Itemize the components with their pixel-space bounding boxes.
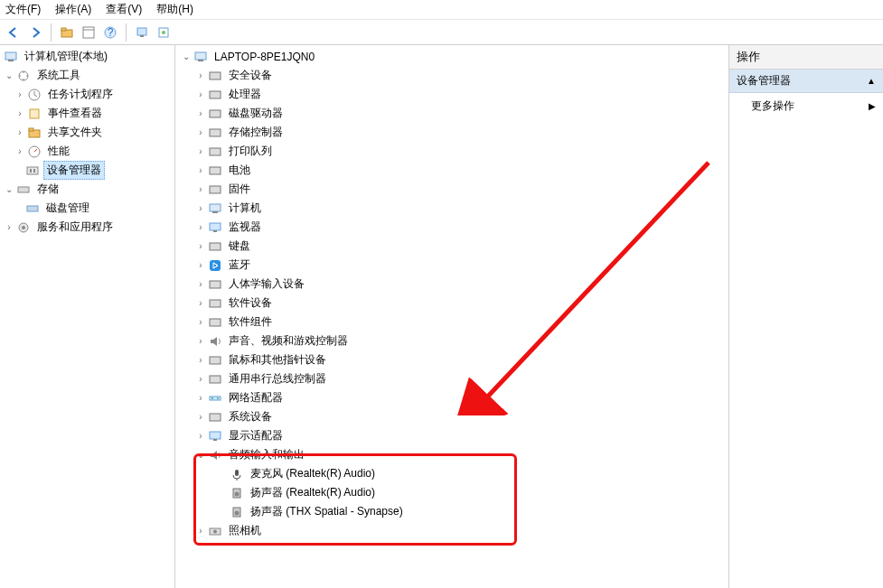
forward-button[interactable] <box>25 23 45 42</box>
tb-btn-2[interactable] <box>79 23 99 42</box>
svg-rect-27 <box>210 72 221 79</box>
center-item-10[interactable]: ›蓝牙 <box>175 256 728 275</box>
chevron-right-icon[interactable]: › <box>14 108 25 119</box>
chevron-right-icon[interactable]: › <box>195 222 206 233</box>
left-services[interactable]: › 服务和应用程序 <box>0 218 174 237</box>
center-item-7-label: 计算机 <box>226 200 264 217</box>
softdev-icon <box>208 296 222 311</box>
left-shared[interactable]: › 共享文件夹 <box>0 123 174 142</box>
center-audio-group[interactable]: ⌄音频输入和输出 <box>175 445 728 464</box>
center-item-6[interactable]: ›固件 <box>175 180 728 199</box>
chevron-down-icon[interactable]: ⌄ <box>181 51 192 62</box>
left-storage[interactable]: ⌄ 存储 <box>0 180 174 199</box>
right-more-actions[interactable]: 更多操作 ▶ <box>729 93 883 119</box>
menu-help[interactable]: 帮助(H) <box>156 2 193 17</box>
tb-btn-5[interactable] <box>154 23 174 42</box>
center-item-5[interactable]: ›电池 <box>175 161 728 180</box>
chevron-right-icon[interactable]: › <box>195 146 206 157</box>
center-audio-child-1[interactable]: ›扬声器 (Realtek(R) Audio) <box>175 483 728 502</box>
center-audio-child-2[interactable]: ›扬声器 (THX Spatial - Synapse) <box>175 502 728 521</box>
svg-rect-18 <box>27 167 38 174</box>
chevron-right-icon[interactable]: › <box>195 355 206 366</box>
center-item-9[interactable]: ›键盘 <box>175 237 728 256</box>
center-item-18[interactable]: ›系统设备 <box>175 407 728 426</box>
pane-icon <box>82 26 95 39</box>
tb-btn-1[interactable] <box>57 23 77 42</box>
chevron-right-icon[interactable]: › <box>195 70 206 81</box>
left-event[interactable]: › 事件查看器 <box>0 104 174 123</box>
center-item-3[interactable]: ›存储控制器 <box>175 123 728 142</box>
chevron-right-icon[interactable]: › <box>195 298 206 309</box>
disk-icon <box>208 107 222 121</box>
collapse-icon[interactable]: ▲ <box>867 76 876 86</box>
center-camera-label: 照相机 <box>226 522 264 539</box>
chevron-right-icon[interactable]: › <box>195 431 206 442</box>
center-item-19[interactable]: ›显示适配器 <box>175 426 728 445</box>
chevron-right-icon[interactable]: › <box>195 165 206 176</box>
chevron-right-icon[interactable]: › <box>195 89 206 100</box>
scan-icon <box>157 26 170 39</box>
right-subheader[interactable]: 设备管理器 ▲ <box>729 70 883 93</box>
center-item-13[interactable]: ›软件组件 <box>175 313 728 331</box>
tb-btn-3[interactable]: ? <box>100 23 120 42</box>
chevron-right-icon[interactable]: › <box>195 336 206 347</box>
menu-view[interactable]: 查看(V) <box>106 2 142 17</box>
center-audio-child-0[interactable]: ›麦克风 (Realtek(R) Audio) <box>175 464 728 483</box>
svg-rect-29 <box>210 110 221 117</box>
left-devmgr[interactable]: 设备管理器 <box>0 161 174 180</box>
center-item-8-label: 监视器 <box>226 219 264 236</box>
center-item-16[interactable]: ›通用串行总线控制器 <box>175 369 728 388</box>
left-pane[interactable]: 计算机管理(本地) ⌄ 系统工具 › 任务计划程序 › 事件查看器 <box>0 45 175 588</box>
chevron-right-icon[interactable]: › <box>195 279 206 290</box>
center-item-7[interactable]: ›计算机 <box>175 199 728 218</box>
menu-file[interactable]: 文件(F) <box>5 2 41 17</box>
svg-point-46 <box>211 397 213 399</box>
chevron-right-icon[interactable]: › <box>195 108 206 119</box>
computer-icon <box>193 50 208 64</box>
chevron-down-icon[interactable]: ⌄ <box>4 184 14 195</box>
tb-btn-4[interactable] <box>132 23 152 42</box>
center-item-14[interactable]: ›声音、视频和游戏控制器 <box>175 331 728 350</box>
chevron-right-icon[interactable]: › <box>195 317 206 328</box>
back-button[interactable] <box>4 23 23 42</box>
chevron-down-icon[interactable]: ⌄ <box>4 70 14 81</box>
chevron-right-icon[interactable]: › <box>14 89 25 100</box>
center-camera[interactable]: ›照相机 <box>175 521 728 540</box>
left-task[interactable]: › 任务计划程序 <box>0 85 174 104</box>
chevron-right-icon[interactable]: › <box>195 184 206 195</box>
center-root[interactable]: ⌄ LAPTOP-8PE1JQN0 <box>175 47 728 66</box>
menu-operate[interactable]: 操作(A) <box>55 2 91 17</box>
center-item-1[interactable]: ›处理器 <box>175 85 728 104</box>
chevron-right-icon[interactable]: › <box>195 260 206 271</box>
chevron-down-icon[interactable]: ⌄ <box>195 450 206 461</box>
chevron-right-icon[interactable]: › <box>14 146 25 157</box>
center-item-0[interactable]: ›安全设备 <box>175 66 728 85</box>
display-icon <box>208 429 222 443</box>
left-perf[interactable]: › 性能 <box>0 142 174 161</box>
center-audio-group-label: 音频输入和输出 <box>226 446 307 463</box>
center-item-12[interactable]: ›软件设备 <box>175 294 728 313</box>
svg-rect-6 <box>137 28 146 35</box>
center-item-8[interactable]: ›监视器 <box>175 218 728 237</box>
left-diskmgr[interactable]: 磁盘管理 <box>0 199 174 218</box>
center-item-17[interactable]: ›网络适配器 <box>175 388 728 407</box>
chevron-right-icon[interactable]: › <box>195 374 206 385</box>
center-item-4[interactable]: ›打印队列 <box>175 142 728 161</box>
chevron-right-icon[interactable]: › <box>195 412 206 423</box>
left-systools[interactable]: ⌄ 系统工具 <box>0 66 174 85</box>
chevron-right-icon[interactable]: › <box>195 241 206 252</box>
svg-rect-7 <box>140 35 144 37</box>
chevron-right-icon[interactable]: › <box>195 127 206 138</box>
center-item-2[interactable]: ›磁盘驱动器 <box>175 104 728 123</box>
left-root[interactable]: 计算机管理(本地) <box>0 47 174 66</box>
chevron-right-icon[interactable]: › <box>195 203 206 214</box>
chevron-right-icon[interactable]: › <box>14 127 25 138</box>
center-item-15[interactable]: ›鼠标和其他指针设备 <box>175 350 728 369</box>
center-pane[interactable]: ⌄ LAPTOP-8PE1JQN0 ›安全设备›处理器›磁盘驱动器›存储控制器›… <box>175 45 729 588</box>
center-item-11[interactable]: ›人体学输入设备 <box>175 275 728 294</box>
usb-icon <box>208 372 222 387</box>
chevron-right-icon[interactable]: › <box>4 222 14 233</box>
chevron-right-icon[interactable]: › <box>195 526 206 537</box>
chevron-right-icon[interactable]: › <box>195 393 206 404</box>
camera-icon <box>208 524 222 538</box>
